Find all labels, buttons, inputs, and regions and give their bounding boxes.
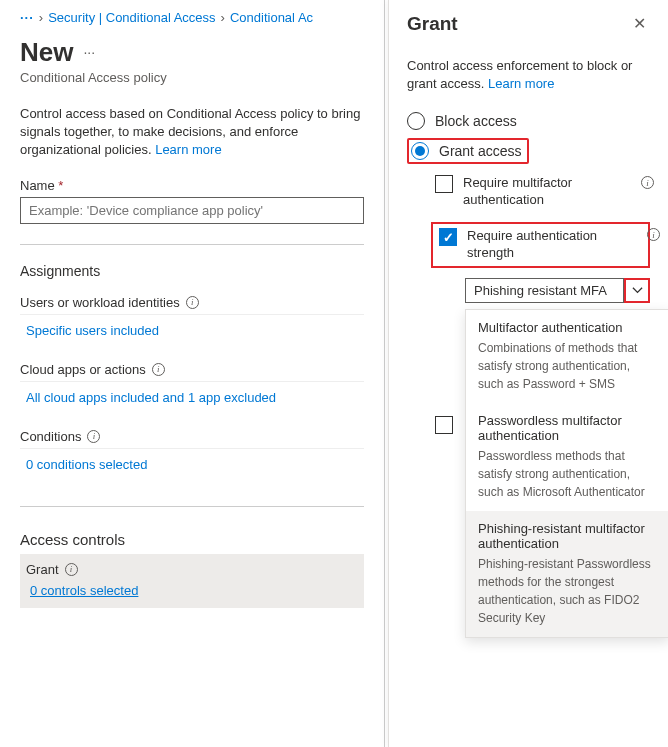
dropdown-toggle-button[interactable]	[624, 278, 650, 303]
breadcrumb-conditional-access[interactable]: Conditional Ac	[230, 10, 313, 25]
page-description: Control access based on Conditional Acce…	[20, 105, 364, 160]
name-label-text: Name	[20, 178, 55, 193]
apps-label: Cloud apps or actions	[20, 362, 146, 377]
info-icon[interactable]: i	[87, 430, 100, 443]
page-subtitle: Conditional Access policy	[20, 70, 364, 85]
panel-title: Grant	[407, 13, 458, 35]
option-phishing-resistant[interactable]: Phishing-resistant multifactor authentic…	[466, 511, 668, 637]
require-auth-strength-label: Require authentication strength	[467, 228, 642, 262]
block-access-radio-row[interactable]: Block access	[407, 108, 650, 134]
chevron-right-icon: ›	[39, 10, 43, 25]
option-mfa[interactable]: Multifactor authentication Combinations …	[466, 310, 668, 403]
grant-access-label: Grant access	[439, 143, 521, 159]
require-auth-strength-row[interactable]: Require authentication strength i	[431, 222, 650, 268]
info-icon[interactable]: i	[65, 563, 78, 576]
panel-description: Control access enforcement to block or g…	[407, 57, 650, 93]
checkbox-checked-icon[interactable]	[439, 228, 457, 246]
divider	[20, 506, 364, 507]
breadcrumb-security[interactable]: Security | Conditional Access	[48, 10, 215, 25]
users-value-link[interactable]: Specific users included	[20, 315, 364, 352]
block-access-label: Block access	[435, 113, 517, 129]
breadcrumb-more-icon[interactable]: ···	[20, 10, 34, 25]
name-field-label: Name *	[20, 178, 364, 193]
info-icon[interactable]: i	[647, 228, 660, 241]
conditions-row[interactable]: Conditions i	[20, 419, 364, 449]
policy-name-input[interactable]	[20, 197, 364, 224]
assignments-heading: Assignments	[20, 263, 364, 279]
auth-strength-dropdown[interactable]: Phishing resistant MFA	[465, 278, 650, 303]
option-title: Passwordless multifactor authentication	[478, 413, 657, 443]
users-row[interactable]: Users or workload identities i	[20, 285, 364, 315]
info-icon[interactable]: i	[186, 296, 199, 309]
option-desc: Phishing-resistant Passwordless methods …	[478, 555, 657, 627]
option-title: Multifactor authentication	[478, 320, 657, 335]
panel-learn-more-link[interactable]: Learn more	[488, 76, 554, 91]
dropdown-value[interactable]: Phishing resistant MFA	[465, 278, 624, 303]
checkbox-unchecked-icon[interactable]	[435, 175, 453, 193]
option-desc: Passwordless methods that satisfy strong…	[478, 447, 657, 501]
radio-selected-icon[interactable]	[411, 142, 429, 160]
access-controls-heading: Access controls	[20, 531, 364, 548]
info-icon[interactable]: i	[641, 176, 654, 189]
conditions-label: Conditions	[20, 429, 81, 444]
chevron-down-icon	[632, 285, 643, 296]
required-asterisk: *	[58, 178, 63, 193]
page-title-row: New ···	[20, 37, 364, 68]
chevron-right-icon: ›	[221, 10, 225, 25]
require-mfa-row[interactable]: Require multifactor authentication i	[435, 172, 650, 212]
option-passwordless[interactable]: Passwordless multifactor authentication …	[466, 403, 668, 511]
users-label: Users or workload identities	[20, 295, 180, 310]
apps-value-link[interactable]: All cloud apps included and 1 app exclud…	[20, 382, 364, 419]
conditions-value-link[interactable]: 0 conditions selected	[20, 449, 364, 486]
close-icon[interactable]: ✕	[629, 12, 650, 35]
grant-label: Grant	[26, 562, 59, 577]
radio-unselected-icon[interactable]	[407, 112, 425, 130]
breadcrumb: ··· › Security | Conditional Access › Co…	[20, 10, 364, 25]
page-title: New	[20, 37, 73, 68]
main-column: ··· › Security | Conditional Access › Co…	[0, 0, 385, 747]
option-desc: Combinations of methods that satisfy str…	[478, 339, 657, 393]
auth-strength-option-list: Multifactor authentication Combinations …	[465, 309, 668, 638]
grant-access-radio-row[interactable]: Grant access	[407, 138, 529, 164]
learn-more-link[interactable]: Learn more	[155, 142, 221, 157]
grant-value-link[interactable]: 0 controls selected	[26, 577, 358, 604]
require-mfa-label: Require multifactor authentication	[463, 175, 650, 209]
divider	[20, 244, 364, 245]
grant-control-row[interactable]: Grant i 0 controls selected	[20, 554, 364, 608]
grant-panel: Grant ✕ Control access enforcement to bl…	[388, 0, 668, 747]
checkbox-unchecked-icon[interactable]	[435, 416, 453, 434]
option-title: Phishing-resistant multifactor authentic…	[478, 521, 657, 551]
more-menu-icon[interactable]: ···	[83, 44, 95, 60]
apps-row[interactable]: Cloud apps or actions i	[20, 352, 364, 382]
info-icon[interactable]: i	[152, 363, 165, 376]
